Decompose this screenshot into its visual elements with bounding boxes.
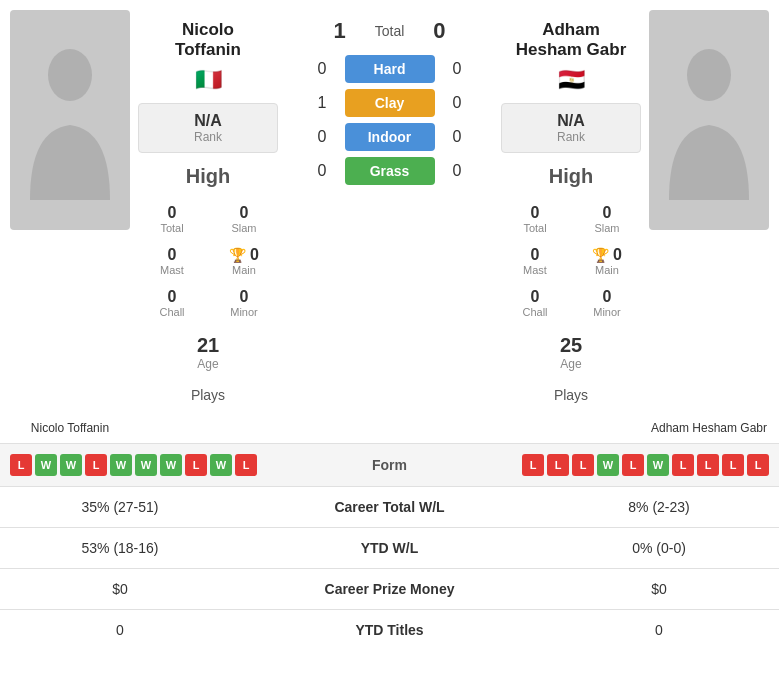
ytd-wl-label: YTD W/L: [210, 540, 569, 556]
player1-trophy-icon: 🏆: [229, 247, 246, 263]
player1-main-item: 🏆 0 Main: [210, 242, 278, 280]
player1-name-below: Nicolo Toffanin: [10, 421, 130, 435]
player2-slam-item: 0 Slam: [573, 200, 641, 238]
player2-form-badges: LLLWLWLLLL: [522, 454, 769, 476]
form-badge: L: [85, 454, 107, 476]
player2-high: High: [549, 157, 593, 196]
player2-mast-value: 0: [531, 246, 540, 264]
player1-mast-item: 0 Mast: [138, 242, 206, 280]
player2-mast-item: 0 Mast: [501, 242, 569, 280]
player1-age-box: 21 Age: [197, 326, 219, 379]
prize-p1: $0: [30, 581, 210, 597]
player1-form-badges: LWWLWWWLWL: [10, 454, 257, 476]
player1-chall-label: Chall: [138, 306, 206, 318]
form-badge: W: [160, 454, 182, 476]
player2-age-box: 25 Age: [560, 326, 582, 379]
surface-row-indoor: 0 Indoor 0: [286, 120, 493, 154]
player2-age-value: 25: [560, 334, 582, 357]
player-section: Nicolo Toffanin 🇮🇹 N/A Rank High 0 Total…: [0, 0, 779, 421]
player-names-row: Nicolo Toffanin Adham Hesham Gabr: [0, 421, 779, 443]
player1-total-label: Total: [138, 222, 206, 234]
player2-total-label: Total: [501, 222, 569, 234]
player1-mast-label: Mast: [160, 264, 184, 276]
prize-p2: $0: [569, 581, 749, 597]
player1-main-label: Main: [210, 264, 278, 276]
form-badge: L: [622, 454, 644, 476]
center-panel: 1 Total 0 0 Hard 0 1 Clay 0 0 Indoor 0 0…: [286, 10, 493, 411]
player2-rank-box: N/A Rank: [501, 103, 641, 153]
form-badge: W: [210, 454, 232, 476]
surface-score-left-indoor: 0: [310, 128, 335, 146]
player2-minor-item: 0 Minor: [573, 284, 641, 322]
player2-slam-value: 0: [573, 204, 641, 222]
total-row: 1 Total 0: [286, 10, 493, 48]
player2-rank-value: N/A: [522, 112, 620, 130]
svg-point-1: [687, 49, 731, 101]
player1-chall-value: 0: [138, 288, 206, 306]
player2-total-value: 0: [501, 204, 569, 222]
player2-slam-label: Slam: [573, 222, 641, 234]
player1-slam-value: 0: [210, 204, 278, 222]
surface-btn-grass[interactable]: Grass: [345, 157, 435, 185]
form-badge: W: [135, 454, 157, 476]
form-badge: L: [722, 454, 744, 476]
player2-plays: Plays: [554, 379, 588, 411]
surface-btn-clay[interactable]: Clay: [345, 89, 435, 117]
surface-score-left-hard: 0: [310, 60, 335, 78]
form-badge: L: [747, 454, 769, 476]
total-score-right: 0: [424, 18, 454, 44]
player2-rank-label: Rank: [522, 130, 620, 144]
form-badge: W: [60, 454, 82, 476]
surface-btn-indoor[interactable]: Indoor: [345, 123, 435, 151]
player2-total-item: 0 Total: [501, 200, 569, 238]
surface-row-grass: 0 Grass 0: [286, 154, 493, 188]
player1-slam-item: 0 Slam: [210, 200, 278, 238]
prize-label: Career Prize Money: [210, 581, 569, 597]
player2-name-below: Adham Hesham Gabr: [649, 421, 769, 435]
player2-main-item: 🏆 0 Main: [573, 242, 641, 280]
career-wl-label: Career Total W/L: [210, 499, 569, 515]
player1-stats-grid: 0 Total 0 Slam 0 Mast 🏆 0 Main: [138, 200, 278, 322]
player1-high: High: [186, 157, 230, 196]
form-badge: W: [110, 454, 132, 476]
player1-info: Nicolo Toffanin 🇮🇹 N/A Rank High 0 Total…: [138, 10, 278, 411]
titles-label: YTD Titles: [210, 622, 569, 638]
stats-section: 35% (27-51) Career Total W/L 8% (2-23) 5…: [0, 486, 779, 650]
titles-p2: 0: [569, 622, 749, 638]
form-label: Form: [372, 457, 407, 473]
player2-chall-item: 0 Chall: [501, 284, 569, 322]
player1-chall-item: 0 Chall: [138, 284, 206, 322]
career-wl-row: 35% (27-51) Career Total W/L 8% (2-23): [0, 486, 779, 527]
player1-main-value: 🏆 0: [210, 246, 278, 264]
form-badge: L: [235, 454, 257, 476]
player2-main-label: Main: [573, 264, 641, 276]
player1-age-label: Age: [197, 357, 219, 371]
player1-rank-value: N/A: [159, 112, 257, 130]
surface-score-right-grass: 0: [445, 162, 470, 180]
player2-chall-label: Chall: [501, 306, 569, 318]
player2-trophy-icon: 🏆: [592, 247, 609, 263]
surface-score-right-clay: 0: [445, 94, 470, 112]
surface-row-clay: 1 Clay 0: [286, 86, 493, 120]
player1-flag: 🇮🇹: [195, 67, 222, 93]
player2-stats-grid: 0 Total 0 Slam 0 Mast 🏆 0 Main: [501, 200, 641, 322]
surface-btn-hard[interactable]: Hard: [345, 55, 435, 83]
player1-total-value: 0: [138, 204, 206, 222]
surface-score-right-indoor: 0: [445, 128, 470, 146]
player2-mast-label: Mast: [523, 264, 547, 276]
titles-p1: 0: [30, 622, 210, 638]
player1-slam-label: Slam: [210, 222, 278, 234]
surface-rows: 0 Hard 0 1 Clay 0 0 Indoor 0 0 Grass 0: [286, 52, 493, 188]
form-badge: W: [35, 454, 57, 476]
player2-main-value: 🏆 0: [573, 246, 641, 264]
form-badge: L: [697, 454, 719, 476]
surface-score-right-hard: 0: [445, 60, 470, 78]
main-container: Nicolo Toffanin 🇮🇹 N/A Rank High 0 Total…: [0, 0, 779, 650]
player2-photo: [649, 10, 769, 230]
surface-row-hard: 0 Hard 0: [286, 52, 493, 86]
player2-minor-label: Minor: [573, 306, 641, 318]
career-wl-p2: 8% (2-23): [569, 499, 749, 515]
player1-photo: [10, 10, 130, 230]
prize-row: $0 Career Prize Money $0: [0, 568, 779, 609]
ytd-wl-p2: 0% (0-0): [569, 540, 749, 556]
